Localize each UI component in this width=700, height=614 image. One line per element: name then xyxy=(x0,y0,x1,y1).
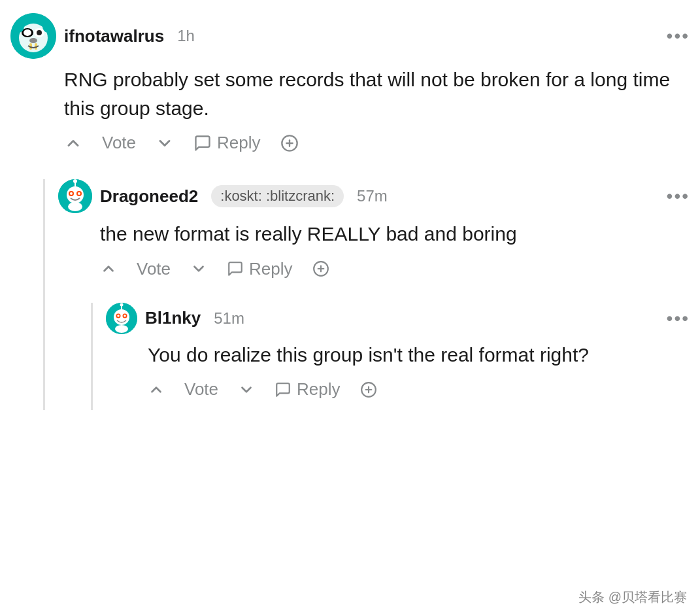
comment-3: Bl1nky 51m ••• You do realize this group… xyxy=(106,303,690,411)
downvote-btn-1[interactable] xyxy=(156,134,174,152)
svg-point-32 xyxy=(117,315,120,317)
comment-nest-level-2: Bl1nky 51m ••• You do realize this group… xyxy=(91,303,690,411)
award-btn-2[interactable] xyxy=(312,260,329,277)
reply-label-2: Reply xyxy=(249,259,292,279)
comment-body-3: You do realize this group isn't the real… xyxy=(148,341,690,369)
username-2[interactable]: Dragoneed2 xyxy=(100,186,198,207)
more-options-3[interactable]: ••• xyxy=(667,308,690,329)
svg-point-10 xyxy=(42,20,53,33)
reply-label-1: Reply xyxy=(217,133,260,153)
upvote-btn-1[interactable] xyxy=(64,134,82,152)
more-options-2[interactable]: ••• xyxy=(667,186,690,207)
reply-icon-1 xyxy=(193,134,212,152)
more-options-1[interactable]: ••• xyxy=(667,26,690,46)
upvote-icon-2 xyxy=(100,260,117,277)
upvote-icon-3 xyxy=(148,381,165,398)
downvote-icon-3 xyxy=(238,381,255,398)
comment-actions-2: Vote Reply xyxy=(100,259,690,279)
avatar-dragoneed2[interactable] xyxy=(58,179,92,213)
comment-header-2: Dragoneed2 :koskt: :blitzcrank: 57m ••• xyxy=(58,179,690,213)
downvote-btn-2[interactable] xyxy=(190,260,207,277)
svg-point-5 xyxy=(37,30,42,35)
downvote-icon-1 xyxy=(156,134,174,152)
comment-body-2: the new format is really REALLY bad and … xyxy=(100,220,690,248)
timestamp-3: 51m xyxy=(214,309,244,328)
svg-point-20 xyxy=(70,192,73,195)
svg-point-8 xyxy=(29,38,37,43)
svg-point-22 xyxy=(68,202,82,211)
svg-point-3 xyxy=(24,29,31,36)
award-icon-2 xyxy=(312,260,329,277)
downvote-btn-3[interactable] xyxy=(238,381,255,398)
avatar-ifnotawalrus[interactable] xyxy=(10,13,56,59)
svg-point-29 xyxy=(120,303,124,306)
reply-btn-3[interactable]: Reply xyxy=(275,379,340,400)
watermark: 头条 @贝塔看比赛 xyxy=(578,588,687,606)
svg-point-21 xyxy=(78,192,80,195)
timestamp-1: 1h xyxy=(177,27,195,45)
comment-2: Dragoneed2 :koskt: :blitzcrank: 57m ••• … xyxy=(58,179,690,410)
comment-header-1: ifnotawalrus 1h ••• xyxy=(10,13,690,59)
award-btn-1[interactable] xyxy=(280,134,299,152)
reply-icon-2 xyxy=(227,260,244,277)
reply-icon-3 xyxy=(275,381,292,398)
downvote-icon-2 xyxy=(190,260,207,277)
vote-label-3[interactable]: Vote xyxy=(184,379,218,400)
flair-2: :koskt: :blitzcrank: xyxy=(211,185,344,207)
comment-header-3: Bl1nky 51m ••• xyxy=(106,303,690,334)
svg-point-33 xyxy=(124,315,126,317)
reply-btn-1[interactable]: Reply xyxy=(193,133,260,153)
award-icon-1 xyxy=(280,134,299,152)
comment-1: ifnotawalrus 1h ••• RNG probably set som… xyxy=(10,13,690,410)
comment-nest-level-1: Dragoneed2 :koskt: :blitzcrank: 57m ••• … xyxy=(43,179,690,410)
upvote-btn-3[interactable] xyxy=(148,381,165,398)
vote-label-1[interactable]: Vote xyxy=(102,133,136,153)
timestamp-2: 57m xyxy=(357,187,388,205)
upvote-icon-1 xyxy=(64,134,82,152)
username-3[interactable]: Bl1nky xyxy=(145,308,201,328)
avatar-bl1nky[interactable] xyxy=(106,303,137,334)
svg-point-17 xyxy=(73,179,77,183)
reply-label-3: Reply xyxy=(297,379,340,400)
svg-point-34 xyxy=(115,325,128,333)
comment-actions-3: Vote Reply xyxy=(148,379,690,400)
comment-actions-1: Vote Reply xyxy=(64,133,690,153)
award-btn-3[interactable] xyxy=(360,381,377,398)
comment-thread: ifnotawalrus 1h ••• RNG probably set som… xyxy=(0,0,700,423)
svg-point-9 xyxy=(14,20,24,33)
comment-body-1: RNG probably set some records that will … xyxy=(64,65,690,122)
award-icon-3 xyxy=(360,381,377,398)
vote-label-2[interactable]: Vote xyxy=(137,259,171,279)
username-1[interactable]: ifnotawalrus xyxy=(64,26,164,46)
reply-btn-2[interactable]: Reply xyxy=(227,259,292,279)
upvote-btn-2[interactable] xyxy=(100,260,117,277)
